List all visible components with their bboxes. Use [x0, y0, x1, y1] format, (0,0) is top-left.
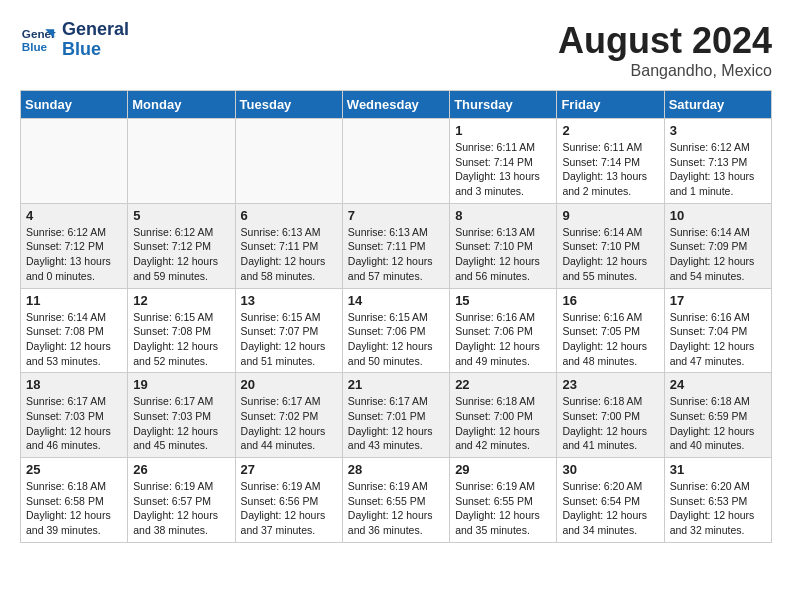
- weekday-header-wednesday: Wednesday: [342, 91, 449, 119]
- day-number: 6: [241, 208, 337, 223]
- day-info: Sunrise: 6:17 AMSunset: 7:01 PMDaylight:…: [348, 394, 444, 453]
- day-info: Sunrise: 6:16 AMSunset: 7:06 PMDaylight:…: [455, 310, 551, 369]
- calendar-week-row: 1Sunrise: 6:11 AMSunset: 7:14 PMDaylight…: [21, 119, 772, 204]
- calendar-week-row: 18Sunrise: 6:17 AMSunset: 7:03 PMDayligh…: [21, 373, 772, 458]
- calendar-day-20: 20Sunrise: 6:17 AMSunset: 7:02 PMDayligh…: [235, 373, 342, 458]
- day-info: Sunrise: 6:16 AMSunset: 7:04 PMDaylight:…: [670, 310, 766, 369]
- weekday-header-sunday: Sunday: [21, 91, 128, 119]
- calendar-day-25: 25Sunrise: 6:18 AMSunset: 6:58 PMDayligh…: [21, 458, 128, 543]
- day-info: Sunrise: 6:12 AMSunset: 7:13 PMDaylight:…: [670, 140, 766, 199]
- calendar-day-16: 16Sunrise: 6:16 AMSunset: 7:05 PMDayligh…: [557, 288, 664, 373]
- calendar-day-30: 30Sunrise: 6:20 AMSunset: 6:54 PMDayligh…: [557, 458, 664, 543]
- calendar-week-row: 25Sunrise: 6:18 AMSunset: 6:58 PMDayligh…: [21, 458, 772, 543]
- day-number: 18: [26, 377, 122, 392]
- calendar-day-26: 26Sunrise: 6:19 AMSunset: 6:57 PMDayligh…: [128, 458, 235, 543]
- day-number: 17: [670, 293, 766, 308]
- calendar-day-19: 19Sunrise: 6:17 AMSunset: 7:03 PMDayligh…: [128, 373, 235, 458]
- day-number: 20: [241, 377, 337, 392]
- calendar-day-11: 11Sunrise: 6:14 AMSunset: 7:08 PMDayligh…: [21, 288, 128, 373]
- day-number: 5: [133, 208, 229, 223]
- day-number: 13: [241, 293, 337, 308]
- day-number: 26: [133, 462, 229, 477]
- location-subtitle: Bangandho, Mexico: [558, 62, 772, 80]
- calendar-day-empty: [342, 119, 449, 204]
- day-info: Sunrise: 6:16 AMSunset: 7:05 PMDaylight:…: [562, 310, 658, 369]
- day-number: 4: [26, 208, 122, 223]
- day-number: 27: [241, 462, 337, 477]
- day-info: Sunrise: 6:20 AMSunset: 6:53 PMDaylight:…: [670, 479, 766, 538]
- title-block: August 2024 Bangandho, Mexico: [558, 20, 772, 80]
- calendar-day-27: 27Sunrise: 6:19 AMSunset: 6:56 PMDayligh…: [235, 458, 342, 543]
- calendar-day-6: 6Sunrise: 6:13 AMSunset: 7:11 PMDaylight…: [235, 203, 342, 288]
- day-info: Sunrise: 6:19 AMSunset: 6:55 PMDaylight:…: [455, 479, 551, 538]
- day-info: Sunrise: 6:12 AMSunset: 7:12 PMDaylight:…: [133, 225, 229, 284]
- weekday-header-monday: Monday: [128, 91, 235, 119]
- day-info: Sunrise: 6:19 AMSunset: 6:55 PMDaylight:…: [348, 479, 444, 538]
- day-info: Sunrise: 6:19 AMSunset: 6:57 PMDaylight:…: [133, 479, 229, 538]
- day-number: 14: [348, 293, 444, 308]
- day-number: 12: [133, 293, 229, 308]
- day-info: Sunrise: 6:19 AMSunset: 6:56 PMDaylight:…: [241, 479, 337, 538]
- day-number: 24: [670, 377, 766, 392]
- day-info: Sunrise: 6:17 AMSunset: 7:03 PMDaylight:…: [26, 394, 122, 453]
- page-header: General Blue General Blue August 2024 Ba…: [20, 20, 772, 80]
- day-number: 11: [26, 293, 122, 308]
- day-info: Sunrise: 6:14 AMSunset: 7:08 PMDaylight:…: [26, 310, 122, 369]
- logo-text-line1: General: [62, 20, 129, 40]
- calendar-day-18: 18Sunrise: 6:17 AMSunset: 7:03 PMDayligh…: [21, 373, 128, 458]
- day-info: Sunrise: 6:11 AMSunset: 7:14 PMDaylight:…: [562, 140, 658, 199]
- calendar-day-9: 9Sunrise: 6:14 AMSunset: 7:10 PMDaylight…: [557, 203, 664, 288]
- calendar-table: SundayMondayTuesdayWednesdayThursdayFrid…: [20, 90, 772, 543]
- calendar-header-row: SundayMondayTuesdayWednesdayThursdayFrid…: [21, 91, 772, 119]
- calendar-day-12: 12Sunrise: 6:15 AMSunset: 7:08 PMDayligh…: [128, 288, 235, 373]
- day-info: Sunrise: 6:15 AMSunset: 7:07 PMDaylight:…: [241, 310, 337, 369]
- calendar-day-15: 15Sunrise: 6:16 AMSunset: 7:06 PMDayligh…: [450, 288, 557, 373]
- weekday-header-friday: Friday: [557, 91, 664, 119]
- day-info: Sunrise: 6:18 AMSunset: 7:00 PMDaylight:…: [562, 394, 658, 453]
- day-number: 29: [455, 462, 551, 477]
- day-number: 19: [133, 377, 229, 392]
- day-info: Sunrise: 6:17 AMSunset: 7:02 PMDaylight:…: [241, 394, 337, 453]
- weekday-header-tuesday: Tuesday: [235, 91, 342, 119]
- calendar-day-28: 28Sunrise: 6:19 AMSunset: 6:55 PMDayligh…: [342, 458, 449, 543]
- day-info: Sunrise: 6:18 AMSunset: 6:58 PMDaylight:…: [26, 479, 122, 538]
- day-number: 15: [455, 293, 551, 308]
- calendar-day-2: 2Sunrise: 6:11 AMSunset: 7:14 PMDaylight…: [557, 119, 664, 204]
- day-number: 16: [562, 293, 658, 308]
- weekday-header-saturday: Saturday: [664, 91, 771, 119]
- day-info: Sunrise: 6:14 AMSunset: 7:10 PMDaylight:…: [562, 225, 658, 284]
- day-info: Sunrise: 6:13 AMSunset: 7:10 PMDaylight:…: [455, 225, 551, 284]
- calendar-day-29: 29Sunrise: 6:19 AMSunset: 6:55 PMDayligh…: [450, 458, 557, 543]
- calendar-day-3: 3Sunrise: 6:12 AMSunset: 7:13 PMDaylight…: [664, 119, 771, 204]
- day-number: 2: [562, 123, 658, 138]
- day-info: Sunrise: 6:14 AMSunset: 7:09 PMDaylight:…: [670, 225, 766, 284]
- day-info: Sunrise: 6:12 AMSunset: 7:12 PMDaylight:…: [26, 225, 122, 284]
- calendar-week-row: 11Sunrise: 6:14 AMSunset: 7:08 PMDayligh…: [21, 288, 772, 373]
- weekday-header-thursday: Thursday: [450, 91, 557, 119]
- day-number: 31: [670, 462, 766, 477]
- calendar-day-24: 24Sunrise: 6:18 AMSunset: 6:59 PMDayligh…: [664, 373, 771, 458]
- calendar-day-14: 14Sunrise: 6:15 AMSunset: 7:06 PMDayligh…: [342, 288, 449, 373]
- calendar-day-empty: [21, 119, 128, 204]
- calendar-day-13: 13Sunrise: 6:15 AMSunset: 7:07 PMDayligh…: [235, 288, 342, 373]
- calendar-day-8: 8Sunrise: 6:13 AMSunset: 7:10 PMDaylight…: [450, 203, 557, 288]
- day-number: 28: [348, 462, 444, 477]
- day-number: 22: [455, 377, 551, 392]
- day-number: 23: [562, 377, 658, 392]
- calendar-day-empty: [235, 119, 342, 204]
- day-info: Sunrise: 6:11 AMSunset: 7:14 PMDaylight:…: [455, 140, 551, 199]
- calendar-day-4: 4Sunrise: 6:12 AMSunset: 7:12 PMDaylight…: [21, 203, 128, 288]
- calendar-day-22: 22Sunrise: 6:18 AMSunset: 7:00 PMDayligh…: [450, 373, 557, 458]
- calendar-day-21: 21Sunrise: 6:17 AMSunset: 7:01 PMDayligh…: [342, 373, 449, 458]
- day-number: 3: [670, 123, 766, 138]
- logo-icon: General Blue: [20, 22, 56, 58]
- day-info: Sunrise: 6:17 AMSunset: 7:03 PMDaylight:…: [133, 394, 229, 453]
- day-number: 8: [455, 208, 551, 223]
- day-info: Sunrise: 6:15 AMSunset: 7:06 PMDaylight:…: [348, 310, 444, 369]
- calendar-day-7: 7Sunrise: 6:13 AMSunset: 7:11 PMDaylight…: [342, 203, 449, 288]
- calendar-day-10: 10Sunrise: 6:14 AMSunset: 7:09 PMDayligh…: [664, 203, 771, 288]
- calendar-day-31: 31Sunrise: 6:20 AMSunset: 6:53 PMDayligh…: [664, 458, 771, 543]
- calendar-day-23: 23Sunrise: 6:18 AMSunset: 7:00 PMDayligh…: [557, 373, 664, 458]
- day-info: Sunrise: 6:13 AMSunset: 7:11 PMDaylight:…: [241, 225, 337, 284]
- month-year-title: August 2024: [558, 20, 772, 62]
